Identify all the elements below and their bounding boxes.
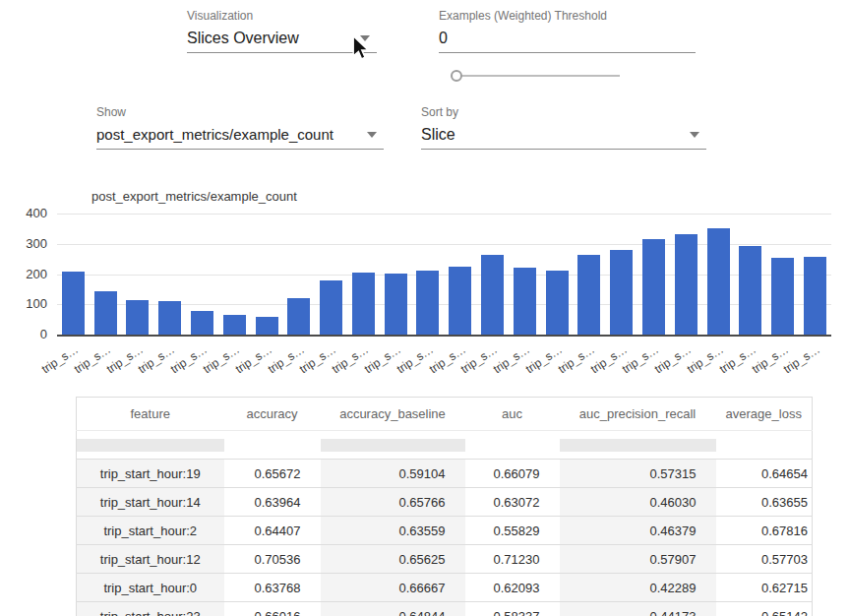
bar[interactable]: [385, 274, 407, 335]
metric-cell: 0.63655: [716, 488, 813, 517]
show-label: Show: [96, 104, 384, 120]
bar[interactable]: [642, 239, 665, 335]
table-row[interactable]: trip_start_hour:230.660160.648440.583370…: [77, 602, 813, 616]
bar[interactable]: [449, 267, 471, 335]
metric-cell: 0.63559: [321, 517, 465, 545]
visualization-value: Slices Overview: [187, 30, 299, 46]
table-row[interactable]: trip_start_hour:00.637680.666670.620930.…: [77, 574, 813, 602]
y-tick-label: 300: [0, 236, 47, 252]
metric-cell: 0.55829: [465, 517, 560, 545]
metric-cell: 0.66667: [321, 574, 465, 602]
sort-field: Sort by Slice: [421, 104, 706, 150]
bar[interactable]: [126, 300, 149, 335]
bar[interactable]: [610, 250, 633, 335]
bar[interactable]: [62, 272, 85, 335]
bar[interactable]: [577, 255, 600, 335]
bar[interactable]: [256, 317, 278, 335]
feature-cell: trip_start_hour:14: [77, 488, 224, 517]
bar[interactable]: [191, 311, 213, 335]
column-header[interactable]: accuracy_baseline: [321, 398, 465, 431]
metric-cell: 0.65625: [321, 545, 465, 574]
metric-cell: 0.63768: [224, 574, 321, 602]
filter-cell: [560, 431, 716, 460]
bar[interactable]: [352, 273, 375, 335]
metric-cell: 0.66016: [224, 602, 321, 616]
table-row[interactable]: trip_start_hour:120.705360.656250.712300…: [77, 545, 813, 574]
feature-cell: trip_start_hour:12: [77, 545, 224, 574]
metric-cell: 0.46379: [560, 517, 716, 545]
metric-cell: 0.59104: [321, 460, 465, 488]
metric-cell: 0.64654: [716, 460, 813, 488]
chevron-down-icon[interactable]: [690, 132, 699, 138]
filter-cell: [465, 431, 560, 460]
visualization-select[interactable]: Slices Overview: [187, 24, 377, 53]
bar[interactable]: [416, 271, 439, 335]
bar[interactable]: [481, 255, 504, 335]
feature-cell: trip_start_hour:2: [77, 517, 224, 545]
column-header[interactable]: accuracy: [224, 398, 321, 431]
show-value: post_export_metrics/example_count: [96, 126, 334, 143]
feature-cell: trip_start_hour:19: [77, 460, 224, 488]
sort-select[interactable]: Slice: [421, 120, 706, 150]
legend-swatch: [60, 193, 86, 204]
bar[interactable]: [223, 315, 246, 335]
metric-cell: 0.57703: [716, 545, 813, 574]
metric-cell: 0.62715: [716, 574, 813, 602]
mouse-cursor-icon: [351, 35, 371, 61]
column-header[interactable]: average_loss: [716, 398, 813, 431]
threshold-value: 0: [439, 30, 448, 46]
feature-cell: trip_start_hour:23: [77, 602, 224, 616]
bar[interactable]: [707, 228, 730, 335]
threshold-input[interactable]: 0: [439, 24, 696, 53]
metric-cell: 0.64844: [321, 602, 465, 616]
metric-cell: 0.65142: [716, 602, 813, 616]
threshold-field: Examples (Weighted) Threshold 0: [439, 8, 696, 53]
table-row[interactable]: trip_start_hour:190.656720.591040.660790…: [77, 460, 813, 488]
metric-cell: 0.58337: [465, 602, 560, 616]
metric-cell: 0.63072: [465, 488, 560, 517]
bar[interactable]: [804, 257, 826, 335]
legend-label: post_export_metrics/example_count: [91, 189, 297, 204]
filter-cell: [77, 431, 224, 460]
filter-row: [77, 431, 813, 460]
bar[interactable]: [771, 258, 794, 335]
bar[interactable]: [546, 271, 569, 335]
y-tick-label: 200: [0, 267, 47, 282]
bar[interactable]: [158, 301, 181, 335]
show-select[interactable]: post_export_metrics/example_count: [96, 120, 384, 150]
sort-value: Slice: [421, 126, 455, 143]
chart-x-axis-labels: trip_s…trip_s…trip_s…trip_s…trip_s…trip_…: [57, 339, 831, 387]
bar[interactable]: [739, 246, 761, 335]
metric-cell: 0.57907: [560, 545, 716, 574]
bar[interactable]: [675, 234, 697, 335]
metric-cell: 0.57315: [560, 460, 716, 488]
filter-cell: [716, 431, 813, 460]
table-row[interactable]: trip_start_hour:140.639640.657660.630720…: [77, 488, 813, 517]
visualization-field: Visualization Slices Overview: [187, 8, 377, 53]
bar[interactable]: [287, 298, 310, 335]
chart-x-axis-line: [57, 335, 831, 337]
show-field: Show post_export_metrics/example_count: [96, 104, 384, 150]
metric-cell: 0.66079: [465, 460, 560, 488]
metric-cell: 0.65672: [224, 460, 321, 488]
bar[interactable]: [320, 280, 342, 335]
column-header[interactable]: auc_precision_recall: [560, 398, 716, 431]
y-tick-label: 100: [0, 296, 47, 312]
metric-cell: 0.64407: [224, 517, 321, 545]
column-header[interactable]: auc: [465, 398, 560, 431]
metric-cell: 0.71230: [465, 545, 560, 574]
bar[interactable]: [514, 268, 536, 335]
column-header[interactable]: feature: [77, 398, 224, 431]
threshold-slider[interactable]: [456, 75, 620, 77]
bar[interactable]: [94, 291, 117, 335]
sort-label: Sort by: [421, 104, 706, 120]
metric-cell: 0.67816: [716, 517, 813, 545]
y-tick-label: 0: [0, 327, 47, 342]
bar-chart: [57, 214, 831, 335]
metrics-table: featureaccuracyaccuracy_baselineaucauc_p…: [76, 397, 813, 616]
table-row[interactable]: trip_start_hour:20.644070.635590.558290.…: [77, 517, 813, 545]
table-header-row: featureaccuracyaccuracy_baselineaucauc_p…: [77, 398, 813, 431]
slider-handle-icon[interactable]: [451, 70, 462, 82]
chevron-down-icon[interactable]: [367, 132, 377, 138]
metric-cell: 0.46030: [560, 488, 716, 517]
